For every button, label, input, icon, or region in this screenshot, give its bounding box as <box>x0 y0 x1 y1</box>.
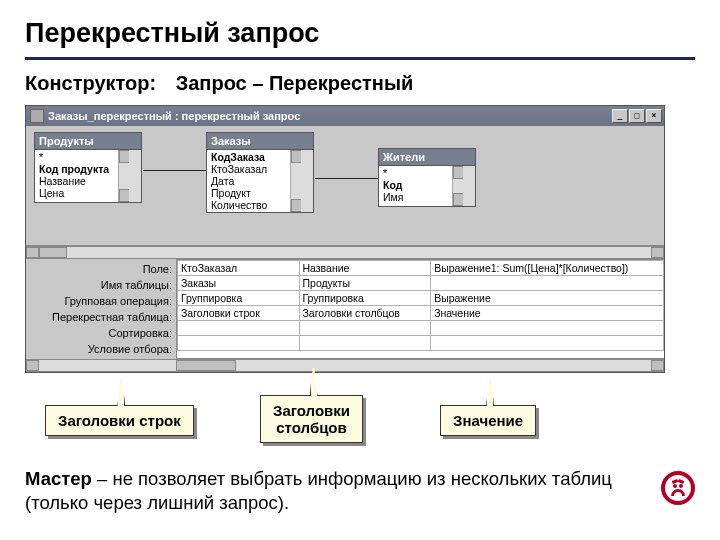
field-item[interactable]: Количество <box>209 199 299 211</box>
table-products-header[interactable]: Продукты <box>35 133 141 150</box>
grid-cell[interactable]: Группировка <box>299 291 431 306</box>
field-item[interactable]: Название <box>37 175 127 187</box>
callout-row-headings: Заголовки строк <box>45 405 194 436</box>
grid-cell[interactable]: Выражение <box>431 291 664 306</box>
field-item[interactable]: КодЗаказа <box>209 151 299 163</box>
grid-cell[interactable]: Заголовки столбцов <box>299 306 431 321</box>
row-label-total: Групповая операция: <box>30 293 172 309</box>
field-item[interactable]: Цена <box>37 187 127 199</box>
row-label-crosstab: Перекрестная таблица: <box>30 309 172 325</box>
grid-cell[interactable]: Продукты <box>299 276 431 291</box>
footer-note: Мастер – не позволяет выбрать информацию… <box>25 467 695 515</box>
field-item[interactable]: Код продукта <box>37 163 127 175</box>
relationship-pane[interactable]: Продукты * Код продукта Название Цена За… <box>26 126 664 246</box>
minimize-button[interactable]: _ <box>612 109 628 123</box>
table-orders[interactable]: Заказы КодЗаказа КтоЗаказал Дата Продукт… <box>206 132 314 213</box>
field-item[interactable]: КтоЗаказал <box>209 163 299 175</box>
design-grid-table[interactable]: КтоЗаказал Название Выражение1: Sum([Цен… <box>177 260 664 351</box>
slide-subtitle: Конструктор: Запрос – Перекрестный <box>25 72 695 95</box>
sad-face-icon <box>661 471 695 505</box>
window-icon <box>30 109 44 123</box>
row-label-sort: Сортировка: <box>30 325 172 341</box>
callout-value: Значение <box>440 405 536 436</box>
window-titlebar[interactable]: Заказы_перекрестный : перекрестный запро… <box>26 106 664 126</box>
grid-cell[interactable]: Заказы <box>178 276 300 291</box>
grid-cell[interactable] <box>178 321 300 336</box>
field-item[interactable]: Имя <box>381 191 461 203</box>
subtitle-value: Запрос – Перекрестный <box>176 72 414 94</box>
callout-col-headings: Заголовки столбцов <box>260 395 363 443</box>
footer-text: – не позволяет выбрать информацию из нес… <box>25 468 612 513</box>
grid-cell[interactable]: Группировка <box>178 291 300 306</box>
upper-hscrollbar[interactable] <box>26 246 664 259</box>
join-line[interactable] <box>315 178 378 179</box>
window-title: Заказы_перекрестный : перекрестный запро… <box>48 110 300 122</box>
grid-cell[interactable] <box>431 336 664 351</box>
row-label-table: Имя таблицы: <box>30 277 172 293</box>
field-item[interactable]: * <box>37 151 127 163</box>
field-item[interactable]: * <box>381 167 461 179</box>
table-orders-header[interactable]: Заказы <box>207 133 313 150</box>
close-button[interactable]: × <box>646 109 662 123</box>
footer-bold: Мастер <box>25 468 92 489</box>
maximize-button[interactable]: □ <box>629 109 645 123</box>
join-line[interactable] <box>143 170 206 171</box>
grid-cell[interactable] <box>431 321 664 336</box>
grid-cell[interactable] <box>299 336 431 351</box>
field-item[interactable]: Код <box>381 179 461 191</box>
grid-cell[interactable]: КтоЗаказал <box>178 261 300 276</box>
field-item[interactable]: Продукт <box>209 187 299 199</box>
grid-row-labels: Поле: Имя таблицы: Групповая операция: П… <box>26 259 176 359</box>
field-item[interactable]: Дата <box>209 175 299 187</box>
table-products[interactable]: Продукты * Код продукта Название Цена <box>34 132 142 203</box>
query-designer-window: Заказы_перекрестный : перекрестный запро… <box>25 105 665 373</box>
callouts-layer: Заголовки строк Заголовки столбцов Значе… <box>25 369 665 449</box>
table-residents-header[interactable]: Жители <box>379 149 475 166</box>
grid-cell[interactable]: Название <box>299 261 431 276</box>
table-residents[interactable]: Жители * Код Имя <box>378 148 476 207</box>
grid-cell[interactable] <box>178 336 300 351</box>
table-scrollbar[interactable] <box>452 166 463 206</box>
table-scrollbar[interactable] <box>118 150 129 202</box>
grid-cell[interactable]: Значение <box>431 306 664 321</box>
row-label-field: Поле: <box>30 261 172 277</box>
design-grid: Поле: Имя таблицы: Групповая операция: П… <box>26 259 664 359</box>
grid-cell[interactable]: Заголовки строк <box>178 306 300 321</box>
slide-title: Перекрестный запрос <box>25 18 695 60</box>
grid-cell[interactable] <box>299 321 431 336</box>
grid-cell[interactable]: Выражение1: Sum([Цена]*[Количество]) <box>431 261 664 276</box>
row-label-criteria: Условие отбора: <box>30 341 172 357</box>
grid-cell[interactable] <box>431 276 664 291</box>
table-scrollbar[interactable] <box>290 150 301 212</box>
subtitle-label: Конструктор: <box>25 72 156 94</box>
